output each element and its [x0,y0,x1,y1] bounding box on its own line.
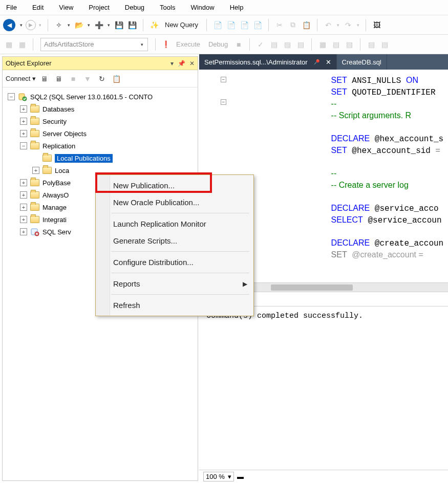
node-label: PolyBase [42,179,71,187]
script-icon-1[interactable]: 📄 [212,19,223,31]
expand-icon[interactable]: + [20,118,27,125]
tab-label: SetPermissions.sql...\Administrator [204,58,308,66]
expand-icon[interactable]: + [32,167,39,174]
menu-project[interactable]: Project [87,2,111,13]
disconnect-icon[interactable]: 🖥 [53,73,65,84]
separator [360,38,360,51]
tree-node-replication[interactable]: −Replication [5,140,196,152]
separator [155,38,156,51]
tab-close-icon[interactable]: ✕ [326,58,331,66]
zoom-combo[interactable]: 100 % ▾ [203,472,234,481]
node-label: Server Objects [42,130,87,138]
tab-createdb[interactable]: CreateDB.sql [337,54,387,70]
node-label: Manage [42,204,67,211]
toolbar-main: ◀ ▾ ▶ ▾ ✧▾ 📂▾ ➕▾ 💾 💾 ✨ New Query 📄 📄 📄 📄… [0,15,448,35]
menu-view[interactable]: View [57,2,75,13]
script-icon-3[interactable]: 📄 [239,19,250,31]
editor-statusbar: 100 % ▾ ▬ [199,470,448,483]
connect-server-icon[interactable]: 🖥 [39,73,50,84]
collapse-icon[interactable]: − [8,93,15,100]
nav-back-dropdown[interactable]: ▾ [19,23,24,28]
separator [317,19,317,31]
node-label: SQL Serv [42,228,71,236]
new-project-icon[interactable]: ✧ [53,19,65,31]
wizard-icon[interactable]: 📋 [111,73,122,84]
pin-icon[interactable]: 📍 [311,57,322,68]
database-combo[interactable]: AdfsArtifactStore ▾ [40,38,148,51]
menu-file[interactable]: File [4,2,19,13]
expand-icon[interactable]: + [20,179,27,186]
new-query-button[interactable]: New Query [162,20,201,30]
nav-forward-button[interactable]: ▶ [26,20,36,30]
expand-icon[interactable]: + [20,191,27,199]
connect-button[interactable]: Connect ▾ [6,75,36,82]
nav-back-button[interactable]: ◀ [3,19,15,31]
chevron-down-icon: ▾ [140,42,144,47]
open-icon[interactable]: 📂 [73,19,84,31]
script-icon-4[interactable]: 📄 [252,19,263,31]
code-text[interactable]: SET ANSI_NULLS ON SET QUOTED_IDENTIFIER … [302,70,448,282]
context-menu-separator [111,294,249,295]
messages-output: Command(s) completed successfully. [199,306,448,470]
database-combo-value: AdfsArtifactStore [44,40,94,48]
outline-collapse-icon[interactable]: − [221,77,226,82]
tree-node-server-objects[interactable]: +Server Objects [5,127,196,140]
expand-icon[interactable]: + [20,228,27,235]
zoom-value: 100 % [206,473,225,480]
folder-icon [30,204,39,211]
ctx-launch-replication-monitor[interactable]: Launch Replication Monitor [96,215,253,232]
save-icon[interactable]: 💾 [113,19,124,31]
ctx-generate-scripts[interactable]: Generate Scripts... [96,232,253,249]
activity-icon[interactable]: 🖼 [371,19,382,31]
expand-icon[interactable]: + [20,105,27,113]
tree-node-security[interactable]: +Security [5,115,196,127]
scrollbar-thumb[interactable] [271,284,353,291]
panel-dropdown-icon[interactable]: ▾ [170,60,174,67]
add-dd[interactable]: ▾ [106,23,111,28]
new-query-icon[interactable]: ✨ [148,19,160,31]
outline-collapse-icon[interactable]: − [221,99,226,105]
add-icon[interactable]: ➕ [93,19,104,31]
new-project-dd[interactable]: ▾ [67,23,71,28]
submenu-arrow-icon: ▶ [243,280,247,288]
menu-edit[interactable]: Edit [30,2,46,13]
node-label: Security [42,118,67,125]
folder-icon [30,216,39,223]
ctx-reports[interactable]: Reports▶ [96,275,253,292]
tree-root[interactable]: − SQL2 (SQL Server 13.0.1601.5 - CONTO [5,91,196,103]
open-dd[interactable]: ▾ [87,23,91,28]
context-menu-separator [111,251,249,252]
db-diagram-icon-2: ▦ [16,39,28,50]
tree-node-databases[interactable]: +Databases [5,103,196,115]
collapse-icon[interactable]: − [20,142,27,149]
menu-help[interactable]: Help [228,2,246,13]
ctx-new-publication[interactable]: New Publication... [96,177,253,194]
refresh-icon[interactable]: ↻ [96,73,108,84]
execute-glyph: ❗ [161,40,171,48]
menu-window[interactable]: Window [188,2,216,13]
menu-debug[interactable]: Debug [123,2,146,13]
context-menu: New Publication... New Oracle Publicatio… [95,174,254,316]
separator [206,19,207,31]
menu-tools[interactable]: Tools [158,2,177,13]
folder-icon [30,105,39,113]
nav-fwd-dropdown: ▾ [38,23,42,28]
panel-close-icon[interactable]: ✕ [189,60,195,67]
svg-point-1 [23,97,27,101]
tab-setpermissions[interactable]: SetPermissions.sql...\Administrator 📍 ✕ [199,54,337,70]
script-icon-2[interactable]: 📄 [225,19,237,31]
ctx-configure-distribution[interactable]: Configure Distribution... [96,254,253,271]
menu-bar: File Edit View Project Debug Tools Windo… [0,0,448,15]
ctx-refresh[interactable]: Refresh [96,297,253,314]
panel-pin-icon[interactable]: 📌 [178,60,185,67]
expand-icon[interactable]: + [20,204,27,211]
object-explorer-titlebar: Object Explorer ▾ 📌 ✕ [3,57,198,70]
ctx-new-oracle-publication[interactable]: New Oracle Publication... [96,194,253,211]
separator [268,19,269,31]
expand-icon[interactable]: + [20,130,27,137]
undo-icon: ↶ [323,19,334,31]
tree-node-local-publications[interactable]: Local Publications [5,152,196,164]
agent-icon [30,227,39,236]
save-all-icon[interactable]: 💾 [126,19,138,31]
expand-icon[interactable]: + [20,216,27,223]
